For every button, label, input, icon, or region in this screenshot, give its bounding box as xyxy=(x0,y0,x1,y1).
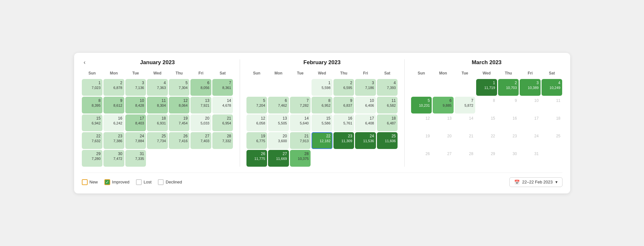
day-cell[interactable]: 186,931 xyxy=(147,114,168,131)
day-cell[interactable]: 165,761 xyxy=(333,114,354,131)
day-cell[interactable]: 210,703 xyxy=(498,79,519,96)
day-cell[interactable]: 257,734 xyxy=(147,132,168,149)
lost-checkbox[interactable] xyxy=(136,179,142,185)
day-cell[interactable]: 116,582 xyxy=(377,97,398,113)
day-cell[interactable]: 111,719 xyxy=(476,79,497,96)
day-cell[interactable]: 15,598 xyxy=(312,79,332,96)
day-cell[interactable]: 57,204 xyxy=(246,97,267,113)
day-cell[interactable]: 510,231 xyxy=(411,97,432,113)
day-cell[interactable]: 78,361 xyxy=(212,79,233,96)
day-cell[interactable]: 410,249 xyxy=(542,79,562,96)
day-cell[interactable]: 47,363 xyxy=(147,79,168,96)
day-cell[interactable]: 37,136 xyxy=(125,79,146,96)
declined-checkbox[interactable] xyxy=(158,179,164,185)
legend-improved[interactable]: ✓ Improved xyxy=(104,179,130,185)
day-cell[interactable]: 287,332 xyxy=(212,132,233,149)
day-cell[interactable]: 277,403 xyxy=(190,132,211,149)
day-cell[interactable]: 29 xyxy=(476,150,497,167)
day-cell[interactable]: 15 xyxy=(476,114,497,131)
day-cell[interactable]: 13 xyxy=(433,114,454,131)
day-cell[interactable]: 22 xyxy=(476,132,497,149)
day-cell[interactable]: 297,280 xyxy=(82,150,103,167)
day-cell[interactable]: 75,872 xyxy=(455,97,476,113)
day-cell[interactable]: 155,586 xyxy=(312,114,332,131)
day-cell[interactable]: 2810,375 xyxy=(290,150,311,167)
day-cell[interactable]: 317,335 xyxy=(125,150,146,167)
day-cell[interactable]: 227,632 xyxy=(82,132,103,149)
day-cell[interactable]: 31 xyxy=(520,150,541,167)
day-cell[interactable]: 86,952 xyxy=(312,97,332,113)
day-cell[interactable]: 144,678 xyxy=(212,97,233,113)
day-cell[interactable]: 216,954 xyxy=(212,114,233,131)
day-cell[interactable]: 2711,669 xyxy=(268,150,289,167)
day-cell[interactable]: 10 xyxy=(520,97,541,113)
day-cell[interactable]: 11 xyxy=(542,97,562,113)
day-cell[interactable]: 37,186 xyxy=(355,79,376,96)
day-cell[interactable]: 196,775 xyxy=(246,132,267,149)
day-cell[interactable]: 25 xyxy=(542,132,562,149)
day-cell[interactable]: 21 xyxy=(455,132,476,149)
day-cell[interactable]: 197,454 xyxy=(169,114,190,131)
day-cell[interactable]: 2311,309 xyxy=(333,132,354,149)
day-cell[interactable]: 217,913 xyxy=(290,132,311,149)
day-cell[interactable]: 26 xyxy=(411,150,432,167)
day-cell[interactable]: 18 xyxy=(542,114,562,131)
day-cell[interactable]: 88,395 xyxy=(82,97,103,113)
day-cell[interactable]: 19 xyxy=(411,132,432,149)
day-cell[interactable]: 2212,182 xyxy=(312,132,332,149)
day-cell[interactable]: 77,282 xyxy=(290,97,311,113)
day-cell[interactable]: 23 xyxy=(498,132,519,149)
day-cell[interactable]: 310,389 xyxy=(520,79,541,96)
day-cell[interactable]: 135,505 xyxy=(268,114,289,131)
day-cell[interactable]: 145,640 xyxy=(290,114,311,131)
day-cell[interactable]: 2411,536 xyxy=(355,132,376,149)
date-picker-button[interactable]: 📅 22–22 Feb 2023 ▾ xyxy=(509,177,562,187)
day-cell[interactable]: 12 xyxy=(411,114,432,131)
day-cell[interactable]: 307,472 xyxy=(103,150,124,167)
legend-new[interactable]: New xyxy=(82,179,98,185)
day-cell[interactable]: 30 xyxy=(498,150,519,167)
day-cell[interactable]: 68,056 xyxy=(190,79,211,96)
legend-declined[interactable]: Declined xyxy=(158,179,182,185)
day-cell[interactable]: 17,023 xyxy=(82,79,103,96)
day-cell[interactable]: 176,408 xyxy=(355,114,376,131)
day-cell[interactable]: 267,416 xyxy=(169,132,190,149)
day-cell[interactable]: 205,033 xyxy=(190,114,211,131)
day-cell[interactable]: 24 xyxy=(520,132,541,149)
day-cell[interactable]: 237,386 xyxy=(103,132,124,149)
day-cell[interactable]: 20 xyxy=(433,132,454,149)
day-cell[interactable]: 178,403 xyxy=(125,114,146,131)
day-cell[interactable]: 186,487 xyxy=(377,114,398,131)
day-cell[interactable]: 67,462 xyxy=(268,97,289,113)
day-cell[interactable]: 26,595 xyxy=(333,79,354,96)
day-cell[interactable]: 166,242 xyxy=(103,114,124,131)
day-cell[interactable]: 118,304 xyxy=(147,97,168,113)
improved-checkbox[interactable]: ✓ xyxy=(104,179,110,185)
day-cell[interactable]: 8 xyxy=(476,97,497,113)
day-cell[interactable]: 57,304 xyxy=(169,79,190,96)
day-cell[interactable]: 203,600 xyxy=(268,132,289,149)
day-cell[interactable]: 47,393 xyxy=(377,79,398,96)
day-cell[interactable]: 14 xyxy=(455,114,476,131)
prev-month-button[interactable]: ‹ xyxy=(82,58,88,66)
legend-lost[interactable]: Lost xyxy=(136,179,152,185)
day-cell[interactable]: 69,885 xyxy=(433,97,454,113)
day-cell[interactable]: 98,612 xyxy=(103,97,124,113)
day-cell[interactable]: 27 xyxy=(433,150,454,167)
day-cell[interactable]: 156,942 xyxy=(82,114,103,131)
day-cell[interactable]: 128,064 xyxy=(169,97,190,113)
day-cell[interactable]: 137,921 xyxy=(190,97,211,113)
day-cell[interactable]: 2611,775 xyxy=(246,150,267,167)
day-cell[interactable]: 126,058 xyxy=(246,114,267,131)
day-cell[interactable]: 26,878 xyxy=(103,79,124,96)
new-checkbox[interactable] xyxy=(82,179,88,185)
day-cell[interactable]: 2511,606 xyxy=(377,132,398,149)
day-cell[interactable]: 17 xyxy=(520,114,541,131)
day-cell[interactable]: 247,884 xyxy=(125,132,146,149)
day-cell[interactable]: 96,837 xyxy=(333,97,354,113)
day-cell[interactable]: 9 xyxy=(498,97,519,113)
day-cell[interactable]: 16 xyxy=(498,114,519,131)
day-cell[interactable]: 106,406 xyxy=(355,97,376,113)
day-cell[interactable]: 28 xyxy=(455,150,476,167)
day-cell[interactable]: 108,428 xyxy=(125,97,146,113)
